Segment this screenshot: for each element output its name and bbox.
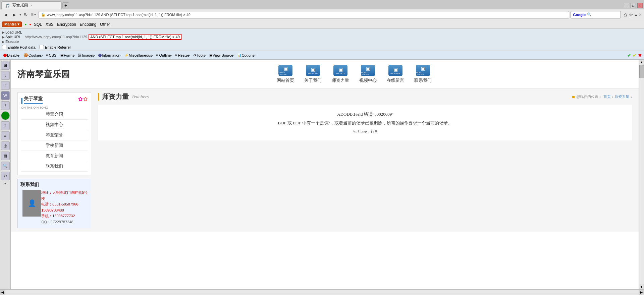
nav-item-about[interactable]: ▣ ABOUT US 关于我们 — [299, 63, 327, 85]
teachers-title-en: Teachers — [131, 94, 149, 100]
scroll-down-btn[interactable]: ▼ — [639, 284, 644, 289]
css-icon: ✏ — [46, 53, 49, 57]
menu-item-intro[interactable]: 琴童介绍 — [21, 109, 88, 120]
page-inner: 济南琴童乐园 ▣ VIDEO CENTER 网站首页 ▣ — [11, 60, 639, 289]
mantra-xss[interactable]: XSS· — [46, 22, 55, 27]
sidebar-icon-i[interactable]: i — [1, 101, 10, 110]
window-maximize-btn[interactable]: □ — [631, 3, 636, 8]
webdev-css[interactable]: ✏ CSS· — [45, 53, 59, 58]
nav-item-faculty[interactable]: ▣ FACULTY 师资力量 — [327, 63, 354, 85]
scroll-up-btn[interactable]: ▲ — [639, 60, 644, 65]
window-minimize-btn[interactable]: – — [624, 3, 629, 8]
sidebar-icon-search[interactable]: 🔍 — [1, 162, 10, 170]
enable-post-label[interactable]: Enable Post data — [2, 45, 36, 49]
split-url-btn[interactable]: ▶ Split URL — [2, 35, 22, 39]
execute-btn[interactable]: ▶ Execute — [2, 40, 22, 44]
mantra-encoding[interactable]: Encoding· — [80, 22, 98, 27]
h-scroll-right-btn[interactable]: ► — [639, 290, 644, 295]
bookmarks-btn[interactable]: ☆ — [629, 12, 633, 17]
contact-title: 联系我们 — [20, 182, 88, 188]
load-url-btn[interactable]: ▶ Load URL — [2, 30, 22, 34]
settings-btn[interactable]: ≡ — [635, 12, 637, 17]
valid-icon: ✔ — [627, 53, 631, 58]
breadcrumb-current-link[interactable]: 师资力量 — [614, 94, 629, 99]
url-actions: ▶ Load URL ▶ Split URL ▶ Execute — [2, 30, 22, 44]
site-header: 济南琴童乐园 ▣ VIDEO CENTER 网站首页 ▣ — [11, 60, 639, 89]
mantra-other[interactable]: Other· — [100, 22, 111, 27]
menu-item-video[interactable]: 视频中心 — [21, 120, 88, 130]
checkbox-row: Enable Post data Enable Referrer — [2, 45, 642, 49]
menu-item-contact-us[interactable]: 联系我们 — [21, 161, 88, 172]
webdev-bar: Disable· 🍪 Cookies· ✏ CSS· ▣ Forms· 🖼 Im… — [0, 51, 644, 60]
webdev-view-source[interactable]: ▣ View Source· — [208, 53, 236, 58]
mantra-btn[interactable]: Mantra ▾ — [2, 21, 22, 27]
webdev-resize[interactable]: ✏ Resize· — [173, 53, 192, 58]
nav-icon-about: ▣ ABOUT US — [306, 65, 320, 76]
webdev-tools[interactable]: ⚙ Tools· — [192, 53, 208, 58]
tab-active[interactable]: 🎵 琴童乐园 × — [1, 1, 62, 9]
home-btn[interactable]: ⌂ — [624, 12, 627, 18]
bottom-scrollbar: ◄ ► — [0, 289, 644, 295]
nav-label-contact: 联系我们 — [414, 77, 432, 83]
nav-extra[interactable]: ✕ — [639, 12, 642, 17]
reload-btn[interactable]: ↻ — [22, 11, 29, 18]
search-box[interactable]: Google 🔍 — [571, 11, 621, 18]
forward-btn[interactable]: ► — [11, 11, 18, 18]
options-icon: 📊 — [237, 53, 241, 57]
flower-deco-2: ✿ — [83, 96, 88, 102]
enable-referrer-checkbox[interactable] — [40, 45, 44, 49]
sidebar-icon-list[interactable]: ≡ — [1, 131, 10, 140]
sidebar-icon-gear[interactable]: ⚙ — [1, 172, 10, 180]
sidebar-icon-table[interactable]: ▤ — [1, 152, 10, 160]
teachers-title: 师资力量 Teachers — [98, 92, 149, 101]
nav-item-home[interactable]: ▣ VIDEO CENTER 网站首页 — [272, 63, 299, 85]
h-scroll-left-btn[interactable]: ◄ — [0, 290, 5, 295]
tab-close-btn[interactable]: × — [30, 4, 32, 7]
enable-post-checkbox[interactable] — [2, 45, 6, 49]
webdev-information[interactable]: i Information· — [97, 53, 123, 58]
webdev-disable[interactable]: Disable· — [2, 53, 22, 58]
back-btn[interactable]: ◄ — [2, 11, 9, 18]
nav-icon-contact: ▣ VIDEO CENTER — [416, 65, 430, 76]
nav-label-video: 视频中心 — [359, 77, 377, 83]
sidebar-icon-0[interactable]: ⊞ — [1, 61, 10, 70]
sidebar-icon-green[interactable] — [1, 111, 10, 120]
new-tab-btn[interactable]: + — [62, 2, 69, 8]
sidebar-icon-w[interactable]: W — [1, 91, 10, 100]
nav-item-contact[interactable]: ▣ VIDEO CENTER 联系我们 — [409, 63, 437, 85]
menu-item-news[interactable]: 学校新闻 — [21, 140, 88, 151]
webdev-images[interactable]: 🖼 Images· — [77, 53, 96, 58]
error-text-1: ADODB.Field 错误 '80020009' — [105, 111, 625, 117]
execute-icon: ▶ — [2, 40, 5, 44]
nav-item-video[interactable]: ▣ VIDEO CENTER 视频中心 — [354, 63, 382, 85]
address-bar[interactable]: 🔒 www.jnqtly.cn/cp11.asp?id=1129 AND (SE… — [39, 11, 569, 18]
site-logo: 济南琴童乐园 — [17, 68, 70, 80]
enable-referrer-label[interactable]: Enable Referrer — [40, 45, 71, 49]
mantra-encryption[interactable]: Encryption· — [57, 22, 77, 27]
images-icon: 🖼 — [78, 53, 82, 57]
mantra-sql[interactable]: SQL· — [34, 22, 43, 27]
nav-label-about: 关于我们 — [304, 77, 322, 83]
menu-item-honor[interactable]: 琴童荣誉 — [21, 130, 88, 140]
sidebar-icon-t[interactable]: T — [1, 121, 10, 130]
window-close-btn[interactable]: × — [637, 3, 643, 8]
sidebar-arrow-down[interactable]: ▼ — [4, 182, 7, 185]
scroll-track[interactable] — [639, 65, 644, 284]
breadcrumb-home-link[interactable]: 首页 — [603, 94, 611, 99]
webdev-options[interactable]: 📊 Options· — [236, 53, 257, 58]
breadcrumb-arrow: › — [631, 95, 632, 99]
menu-item-edu-news[interactable]: 教育新闻 — [21, 151, 88, 161]
sidebar-icon-2[interactable]: ↑ — [1, 81, 10, 90]
sidebar-icon-1[interactable]: ↓ — [1, 71, 10, 80]
breadcrumb-icon: ■ — [572, 94, 575, 100]
webdev-outline[interactable]: ✏ Outline· — [155, 53, 173, 58]
scroll-thumb[interactable] — [639, 65, 644, 78]
webdev-miscellaneous[interactable]: ⚡ Miscellaneous· — [123, 53, 155, 58]
webdev-cookies[interactable]: 🍪 Cookies· — [22, 53, 44, 58]
webdev-forms[interactable]: ▣ Forms· — [59, 53, 76, 58]
h-scroll-track[interactable] — [5, 290, 639, 295]
history-dropdown[interactable]: ▾ — [19, 13, 21, 16]
nav-item-message[interactable]: ▣ MESSAGE 在线留言 — [382, 63, 409, 85]
tabs-dropdown[interactable]: ▾ — [34, 13, 36, 16]
sidebar-icon-target[interactable]: ◎ — [1, 141, 10, 150]
